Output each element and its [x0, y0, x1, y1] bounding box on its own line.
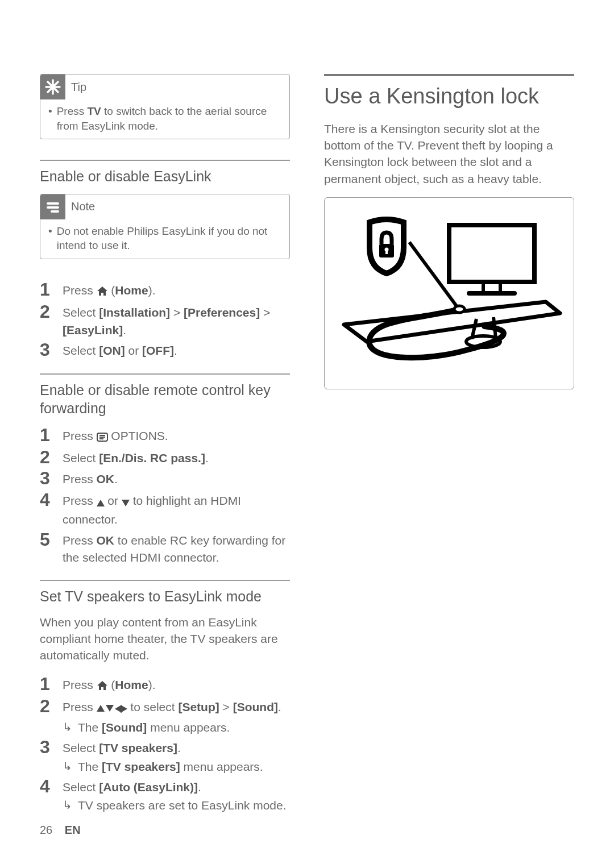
step-body: Press or to highlight an HDMI connector.	[63, 490, 290, 529]
step-number: 2	[40, 302, 53, 339]
t: [OFF]	[142, 344, 174, 357]
divider	[40, 373, 290, 375]
heading-easylink-toggle: Enable or disable EasyLink	[40, 168, 290, 185]
step-body: Press OK.	[63, 468, 290, 488]
t: [TV speakers]	[99, 741, 177, 754]
steps-tv-speakers: 1 Press (Home). 2 Press to select [Setup…	[40, 674, 290, 815]
tip-text-bold: TV	[88, 105, 101, 117]
step-body: Press (Home).	[63, 280, 290, 301]
note-label: Note	[71, 200, 95, 213]
step-number: 4	[40, 490, 53, 529]
sub-text: TV speakers are set to EasyLink mode.	[78, 797, 287, 814]
result-arrow-icon: ↳	[63, 797, 72, 814]
note-header: Note	[40, 194, 289, 219]
heavy-divider	[324, 74, 574, 76]
bullet-icon: •	[48, 224, 52, 253]
step-body: Press OPTIONS.	[63, 425, 290, 446]
tip-text: Press TV to switch back to the aerial so…	[57, 104, 283, 133]
tip-body: • Press TV to switch back to the aerial …	[40, 99, 289, 139]
divider	[40, 580, 290, 581]
note-text: Do not enable Philips EasyLink if you do…	[57, 224, 283, 253]
step-number: 3	[40, 340, 53, 360]
t: [Setup]	[178, 700, 219, 713]
t: Home	[115, 678, 148, 691]
t: Press	[63, 678, 97, 691]
tip-label: Tip	[71, 81, 86, 94]
step-number: 1	[40, 425, 53, 446]
t: [Sound]	[102, 721, 147, 734]
left-column: Tip • Press TV to switch back to the aer…	[40, 74, 290, 828]
tip-callout: Tip • Press TV to switch back to the aer…	[40, 74, 290, 139]
t: Select	[63, 306, 99, 319]
page-lang: EN	[65, 824, 81, 836]
t: Press	[63, 284, 97, 297]
heading-kensington: Use a Kensington lock	[324, 84, 574, 109]
kensington-lock-illustration	[335, 208, 563, 379]
bullet-icon: •	[48, 104, 52, 133]
kensington-illustration-box	[324, 197, 574, 389]
home-icon	[97, 284, 108, 301]
t: .	[278, 700, 281, 713]
tip-asterisk-icon	[40, 74, 65, 99]
sub-text: The [TV speakers] menu appears.	[78, 758, 263, 775]
t: (	[108, 284, 115, 297]
t: OPTIONS.	[108, 429, 168, 442]
t: [Auto (EasyLink)]	[99, 780, 198, 794]
t: Home	[115, 284, 148, 297]
note-lines-icon	[40, 194, 65, 219]
t: >	[260, 306, 270, 319]
heading-tv-speakers: Set TV speakers to EasyLink mode	[40, 588, 290, 605]
heading-rc-forward: Enable or disable remote control key for…	[40, 381, 290, 417]
t: [TV speakers]	[102, 760, 180, 773]
t: (	[108, 678, 115, 691]
t: ).	[148, 284, 156, 297]
steps-easylink-toggle: 1 Press (Home). 2 Select [Installation] …	[40, 280, 290, 360]
t: or	[125, 344, 142, 357]
divider	[40, 160, 290, 161]
t: .	[205, 451, 209, 464]
steps-rc-forward: 1 Press OPTIONS. 2 Select [En./Dis. RC p…	[40, 425, 290, 567]
t: .	[177, 741, 181, 754]
t: [En./Dis. RC pass.]	[99, 451, 205, 464]
kensington-para: There is a Kensington security slot at t…	[324, 121, 574, 188]
step-body: Select [ON] or [OFF].	[63, 340, 290, 360]
t: The	[78, 760, 102, 773]
step-number: 2	[40, 696, 53, 736]
t: menu appears.	[147, 721, 230, 734]
note-body: • Do not enable Philips EasyLink if you …	[40, 219, 289, 259]
t: Press	[63, 429, 97, 442]
step-body: Select [Installation] > [Preferences] > …	[63, 302, 290, 339]
t: menu appears.	[180, 760, 263, 773]
t: ).	[148, 678, 156, 691]
t: Select	[63, 780, 99, 794]
step-body: Select [TV speakers]. ↳ The [TV speakers…	[63, 737, 290, 775]
t: The	[78, 721, 102, 734]
t: .	[123, 323, 126, 337]
t: Press	[63, 700, 97, 713]
step-number: 3	[40, 737, 53, 775]
t: [Sound]	[233, 700, 278, 713]
t: Press	[63, 494, 97, 507]
down-triangle-icon	[122, 494, 130, 511]
t: [Preferences]	[184, 306, 260, 319]
result-arrow-icon: ↳	[63, 719, 72, 736]
home-icon	[97, 678, 108, 695]
tip-header: Tip	[40, 74, 289, 99]
t: >	[170, 306, 184, 319]
step-body: Select [En./Dis. RC pass.].	[63, 447, 290, 467]
step-body: Select [Auto (EasyLink)]. ↳ TV speakers …	[63, 776, 290, 815]
step-body: Press (Home).	[63, 674, 290, 695]
t: Press	[63, 534, 97, 547]
page-number: 26	[40, 824, 52, 836]
t: [ON]	[99, 344, 125, 357]
step-number: 5	[40, 530, 53, 567]
t: .	[114, 472, 118, 485]
svg-rect-15	[449, 225, 534, 282]
t: .	[174, 344, 177, 357]
options-icon	[97, 429, 108, 446]
step-number: 4	[40, 776, 53, 815]
sub-text: The [Sound] menu appears.	[78, 719, 230, 736]
step-number: 1	[40, 674, 53, 695]
t: Select	[63, 344, 99, 357]
svg-rect-13	[385, 250, 388, 254]
